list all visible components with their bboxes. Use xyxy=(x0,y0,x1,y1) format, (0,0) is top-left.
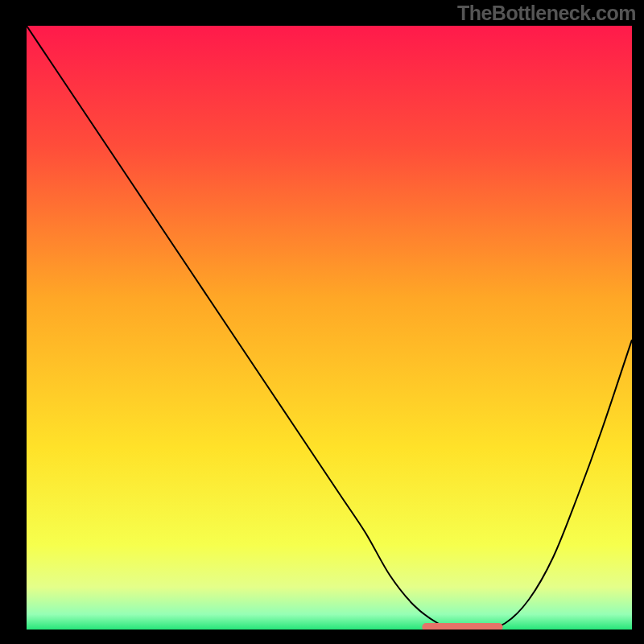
attribution-label: TheBottleneck.com xyxy=(457,2,636,25)
chart-frame: TheBottleneck.com xyxy=(0,0,644,644)
chart-plot xyxy=(27,26,632,630)
chart-svg xyxy=(27,26,632,630)
gradient-background xyxy=(27,26,632,630)
